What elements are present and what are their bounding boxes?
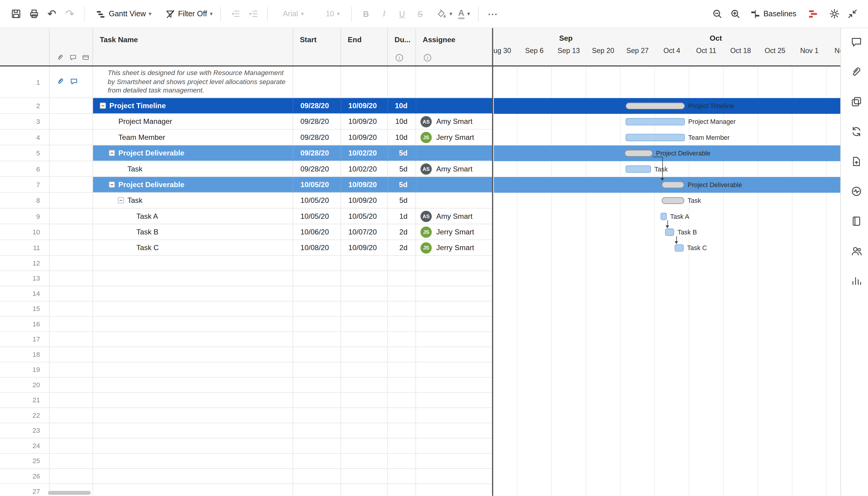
save-button[interactable] [6,4,25,24]
end-cell[interactable] [341,271,388,286]
assignee-cell[interactable] [416,256,493,271]
row-number-cell[interactable]: 16 [0,317,50,332]
summary-bar[interactable] [662,182,684,188]
row-indicator-cell[interactable] [50,469,93,484]
start-cell[interactable]: 10/06/20 [293,224,341,240]
task-name-cell[interactable] [93,347,293,362]
end-cell[interactable]: 10/02/20 [341,161,388,177]
row-number-cell[interactable]: 13 [0,271,50,286]
row-indicator-cell[interactable] [50,240,93,256]
row-indicator-cell[interactable] [50,362,93,377]
end-cell[interactable] [341,256,388,271]
assignee-cell[interactable] [416,301,493,317]
row-indicator-cell[interactable] [50,98,93,113]
task-name-cell[interactable] [93,453,293,469]
task-name-cell[interactable]: −Project Timeline [93,98,293,113]
end-cell[interactable]: 10/02/20 [341,145,388,161]
bold-button[interactable]: B [357,4,375,24]
task-name-cell[interactable] [93,271,293,286]
duration-cell[interactable]: 5d [388,161,416,177]
start-cell[interactable]: 10/08/20 [293,240,341,256]
assignee-cell[interactable] [416,453,493,469]
row-indicator-cell[interactable] [50,161,93,177]
task-name-cell[interactable] [93,256,293,271]
end-cell[interactable] [341,317,388,332]
row-indicator-cell[interactable] [50,423,93,438]
row-number-cell[interactable]: 7 [0,177,50,192]
info-icon[interactable] [424,54,431,61]
info-icon[interactable] [396,54,403,61]
duration-cell[interactable] [388,453,416,469]
end-cell[interactable] [341,408,388,423]
assignee-cell[interactable] [416,332,493,347]
end-cell[interactable]: 10/09/20 [341,177,388,192]
publish-button[interactable] [850,155,863,167]
assignee-cell[interactable]: ASAmy Smart [416,114,493,129]
font-size-select[interactable]: 10 ▾ [319,4,346,24]
outdent-button[interactable] [226,4,245,24]
row-indicator-cell[interactable] [50,177,93,192]
start-cell[interactable] [293,408,341,423]
start-cell[interactable] [293,423,341,438]
collapse-toggle[interactable]: − [109,150,115,156]
assignee-cell[interactable]: JSJerry Smart [416,224,493,240]
end-cell[interactable] [341,347,388,362]
row-indicator-cell[interactable] [50,224,93,240]
row-number-cell[interactable]: 9 [0,208,50,224]
row-indicator-cell[interactable] [50,66,93,98]
task-name-cell[interactable] [93,301,293,317]
conversations-button[interactable] [850,35,863,48]
row-indicator-cell[interactable] [50,408,93,423]
font-color-button[interactable]: A ▾ [455,4,473,24]
row-indicator-cell[interactable] [50,347,93,362]
column-header-duration[interactable]: Du... [388,28,416,66]
assignee-cell[interactable] [416,66,493,98]
strikethrough-button[interactable]: S [411,4,429,24]
duration-cell[interactable]: 2d [388,224,416,240]
task-name-cell[interactable] [93,438,293,453]
row-number-cell[interactable]: 25 [0,453,50,469]
assignee-cell[interactable] [416,271,493,286]
task-name-cell[interactable] [93,332,293,347]
task-name-cell[interactable] [93,423,293,438]
assignee-cell[interactable] [416,177,493,192]
start-cell[interactable]: 09/28/20 [293,129,341,145]
task-name-cell[interactable]: Task A [93,208,293,224]
baselines-button[interactable]: Baselines [748,4,799,24]
assignee-cell[interactable] [416,377,493,393]
assignee-cell[interactable] [416,469,493,484]
start-cell[interactable] [293,256,341,271]
fill-color-button[interactable]: ▾ [434,4,455,24]
assignee-cell[interactable]: JSJerry Smart [416,240,493,256]
zoom-in-button[interactable] [726,4,744,24]
gantt-header[interactable]: SepOctAug 30Sep 6Sep 13Sep 20Sep 27Oct 4… [494,28,840,66]
filter-button[interactable]: Filter Off ▾ [162,4,216,24]
indent-button[interactable] [244,4,262,24]
row-indicator-cell[interactable] [50,286,93,301]
row-number-cell[interactable]: 12 [0,256,50,271]
summary-bar[interactable] [662,197,684,204]
critical-path-button[interactable] [804,4,822,24]
duration-cell[interactable] [388,362,416,377]
assignee-cell[interactable] [416,408,493,423]
end-cell[interactable] [341,362,388,377]
assignee-cell[interactable]: ASAmy Smart [416,208,493,224]
row-indicator-cell[interactable] [50,208,93,224]
task-bar[interactable] [626,134,685,141]
collapse-toolbar-button[interactable] [843,4,862,24]
summary-bar[interactable] [626,103,685,109]
start-cell[interactable] [293,271,341,286]
task-name-cell[interactable] [93,484,293,496]
assignee-cell[interactable] [416,438,493,453]
assignee-cell[interactable] [416,317,493,332]
italic-button[interactable]: I [375,4,393,24]
end-cell[interactable] [341,393,388,408]
duration-cell[interactable]: 10d [388,98,416,113]
charts-button[interactable] [850,275,863,287]
row-number-cell[interactable]: 24 [0,438,50,453]
redo-button[interactable]: ↷ [61,4,79,24]
underline-button[interactable]: U [393,4,411,24]
end-cell[interactable] [341,484,388,496]
task-name-cell[interactable]: Team Member [93,129,293,145]
start-cell[interactable]: 09/28/20 [293,98,341,113]
